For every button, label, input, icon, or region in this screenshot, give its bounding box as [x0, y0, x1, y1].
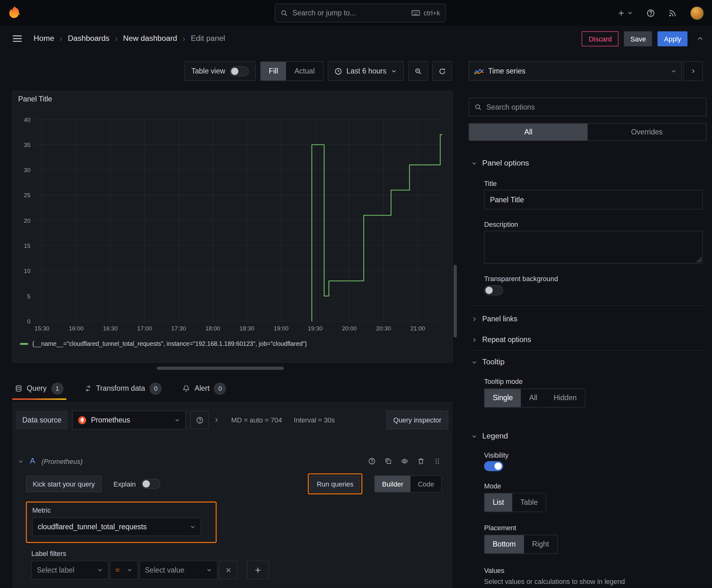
bell-icon — [183, 385, 190, 392]
fill-option[interactable]: Fill — [261, 62, 286, 80]
placement-right[interactable]: Right — [524, 535, 557, 553]
max-data-points-stat: MD = auto = 704 — [231, 416, 282, 424]
visualization-picker[interactable]: Time series — [469, 61, 682, 81]
legend-swatch — [20, 343, 28, 344]
plus-icon — [254, 566, 261, 573]
refresh-button[interactable] — [432, 61, 452, 81]
datasource-picker[interactable]: Prometheus — [72, 411, 186, 429]
user-avatar[interactable] — [690, 6, 704, 20]
search-options-input[interactable]: Search options — [469, 98, 707, 116]
metric-select[interactable]: cloudflared_tunnel_total_requests — [33, 517, 201, 536]
breadcrumb-home[interactable]: Home — [34, 34, 54, 43]
svg-text:5: 5 — [27, 293, 30, 300]
repeat-options-row[interactable]: Repeat options — [471, 330, 706, 351]
tab-alert-label: Alert — [195, 384, 210, 393]
save-button[interactable]: Save — [624, 31, 652, 46]
collapse-query-chevron-icon[interactable] — [18, 458, 24, 464]
breadcrumb-new-dashboard[interactable]: New dashboard — [123, 34, 177, 43]
new-menu-button[interactable] — [618, 9, 633, 17]
builder-tab[interactable]: Builder — [375, 476, 411, 492]
select-label-dropdown[interactable]: Select label — [31, 561, 109, 579]
tooltip-mode-single[interactable]: Single — [484, 389, 521, 407]
explain-toggle[interactable] — [141, 479, 160, 489]
timeseries-chart[interactable]: 051015202530354015:3016:0016:3017:0017:3… — [16, 110, 449, 334]
run-queries-button[interactable]: Run queries — [310, 476, 360, 492]
chevron-down-icon — [206, 567, 212, 573]
label-filters-row: Select label = Select value — [31, 561, 269, 579]
duplicate-query-icon[interactable] — [385, 458, 392, 465]
panel-title[interactable]: Panel Title — [18, 95, 52, 103]
explain-control: Explain — [113, 479, 160, 489]
expand-options-chevron-icon[interactable] — [214, 417, 219, 423]
topbar-actions — [618, 0, 704, 26]
time-range-picker[interactable]: Last 6 hours — [328, 61, 404, 81]
panel-links-row[interactable]: Panel links — [471, 309, 706, 330]
query-inspector-button[interactable]: Query inspector — [386, 411, 448, 429]
news-button[interactable] — [668, 9, 676, 17]
select-label-placeholder: Select label — [37, 566, 74, 574]
panel-options-header[interactable]: Panel options — [471, 159, 529, 168]
operator-dropdown[interactable]: = — [110, 561, 138, 579]
tab-overrides[interactable]: Overrides — [588, 123, 706, 141]
visualization-value: Time series — [488, 67, 525, 75]
query-count-badge: 1 — [51, 382, 63, 395]
search-input[interactable]: Search or jump to... ctrl+k — [275, 4, 446, 22]
refresh-icon — [438, 67, 446, 75]
horizontal-scrollbar[interactable] — [157, 366, 284, 370]
legend-mode-list[interactable]: List — [484, 493, 512, 512]
chevron-right-icon — [471, 337, 477, 343]
timeseries-viz-icon — [474, 68, 484, 74]
chevron-right-icon: › — [183, 34, 186, 43]
tab-alert[interactable]: Alert 0 — [180, 377, 229, 400]
legend-label[interactable]: {__name__="cloudflared_tunnel_total_requ… — [33, 340, 307, 347]
visibility-toggle[interactable] — [484, 461, 503, 471]
title-input[interactable]: Panel Title — [484, 190, 703, 210]
add-filter-button[interactable] — [247, 561, 269, 579]
toggle-visibility-icon[interactable] — [401, 458, 408, 465]
tab-transform[interactable]: Transform data 0 — [82, 377, 165, 400]
breadcrumb-dashboards[interactable]: Dashboards — [68, 34, 110, 43]
collapse-up-icon[interactable] — [697, 35, 704, 42]
kickstart-button[interactable]: Kick start your query — [26, 476, 102, 492]
options-sidebar: Time series Search options All Overrides… — [463, 51, 712, 588]
collapse-options-button[interactable] — [684, 61, 703, 81]
remove-filter-button[interactable] — [219, 561, 237, 579]
tooltip-header[interactable]: Tooltip — [471, 357, 504, 366]
datasource-help-button[interactable] — [190, 411, 209, 429]
legend-header[interactable]: Legend — [471, 432, 508, 441]
drag-handle-icon[interactable] — [434, 458, 441, 465]
description-textarea[interactable] — [484, 231, 703, 264]
vertical-scrollbar[interactable] — [454, 265, 457, 337]
transform-count-badge: 0 — [150, 382, 162, 395]
select-value-dropdown[interactable]: Select value — [139, 561, 218, 579]
tooltip-mode-hidden[interactable]: Hidden — [546, 389, 585, 407]
apply-button[interactable]: Apply — [658, 31, 688, 46]
help-button[interactable] — [647, 9, 655, 17]
actual-option[interactable]: Actual — [286, 62, 323, 80]
menu-toggle-icon[interactable] — [13, 36, 22, 42]
search-placeholder: Search or jump to... — [293, 9, 356, 17]
svg-text:16:30: 16:30 — [103, 325, 118, 332]
query-ref-id[interactable]: A — [30, 457, 35, 466]
tab-all[interactable]: All — [469, 123, 588, 141]
placement-bottom[interactable]: Bottom — [484, 535, 524, 553]
grafana-logo[interactable] — [6, 5, 23, 21]
tab-query[interactable]: Query 1 — [12, 377, 66, 400]
table-view-toggle[interactable] — [230, 66, 249, 76]
chevron-down-icon — [627, 10, 633, 16]
legend-mode-table[interactable]: Table — [512, 493, 546, 512]
values-label: Values — [484, 567, 504, 574]
code-tab[interactable]: Code — [411, 476, 441, 492]
transparent-background-toggle[interactable] — [484, 285, 503, 295]
help-icon[interactable] — [368, 458, 375, 465]
svg-text:15:30: 15:30 — [35, 325, 49, 332]
resize-handle[interactable] — [696, 257, 701, 262]
tab-transform-label: Transform data — [96, 384, 145, 393]
query-actions-row: Kick start your query Explain Run querie… — [26, 473, 442, 495]
delete-query-icon[interactable] — [417, 458, 425, 465]
chevron-down-icon — [671, 68, 676, 74]
breadcrumb-edit-panel: Edit panel — [191, 34, 225, 43]
tooltip-mode-all[interactable]: All — [521, 389, 546, 407]
discard-button[interactable]: Discard — [582, 31, 619, 46]
zoom-out-button[interactable] — [408, 61, 428, 81]
